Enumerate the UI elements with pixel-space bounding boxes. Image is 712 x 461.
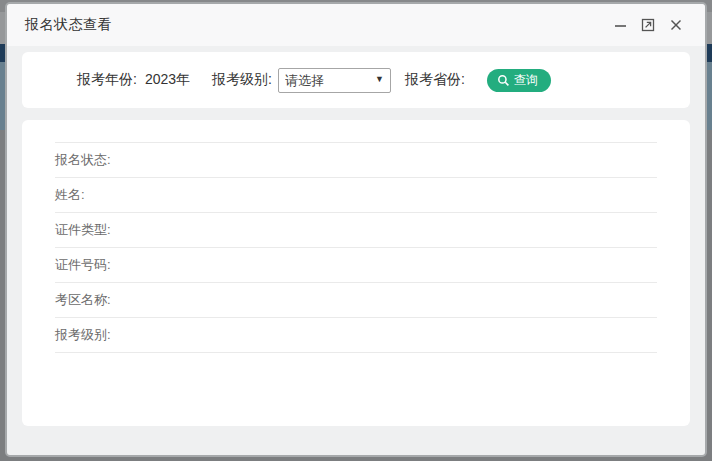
exam-year-label: 报考年份: [77,71,137,89]
search-icon [497,74,510,87]
maximize-button[interactable] [637,14,659,36]
dialog-title: 报名状态查看 [25,16,112,34]
query-form-panel: 报考年份: 2023年 报考级别: 请选择 ▼ 报考省份: 查询 [22,52,690,108]
result-row-label: 姓名: [55,186,85,204]
result-panel: 报名状态: 姓名: 证件类型: 证件号码: 考区名称: [22,120,690,426]
query-button[interactable]: 查询 [487,69,551,92]
result-row-status: 报名状态: [55,143,657,178]
result-row-label: 报考级别: [55,326,111,344]
result-row-label: 考区名称: [55,291,111,309]
result-row-label: 证件号码: [55,256,111,274]
result-rows: 报名状态: 姓名: 证件类型: 证件号码: 考区名称: [55,142,657,353]
exam-province-label: 报考省份: [405,71,465,89]
exam-level-label: 报考级别: [212,71,272,89]
exam-level-select[interactable]: 请选择 [278,68,391,93]
minimize-button[interactable] [609,14,631,36]
close-button[interactable] [665,14,687,36]
maximize-icon [641,18,655,32]
query-button-label: 查询 [514,72,538,89]
dialog-titlebar: 报名状态查看 [7,4,705,46]
registration-status-dialog: 报名状态查看 报考年份: 2023年 报考级别: [5,2,707,457]
result-row-exam-area: 考区名称: [55,283,657,318]
result-row-label: 证件类型: [55,221,111,239]
dialog-body: 报考年份: 2023年 报考级别: 请选择 ▼ 报考省份: 查询 [7,46,705,455]
result-row-label: 报名状态: [55,151,111,169]
minimize-icon [614,19,627,32]
close-icon [670,19,682,31]
result-row-exam-level: 报考级别: [55,318,657,353]
exam-year-value: 2023年 [145,71,190,89]
result-row-id-number: 证件号码: [55,248,657,283]
exam-level-select-wrap: 请选择 ▼ [278,68,391,93]
result-row-id-type: 证件类型: [55,213,657,248]
result-row-name: 姓名: [55,178,657,213]
